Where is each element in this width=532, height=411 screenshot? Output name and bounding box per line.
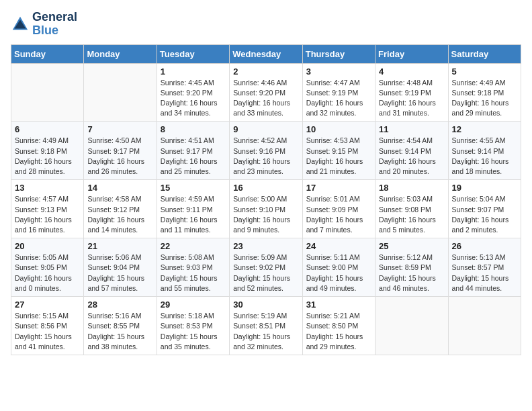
calendar-cell: 30Sunrise: 5:19 AM Sunset: 8:51 PM Dayli… (230, 297, 302, 355)
day-detail: Sunrise: 5:16 AM Sunset: 8:55 PM Dayligh… (87, 311, 152, 352)
day-header-friday: Friday (375, 44, 448, 63)
week-row-1: 1Sunrise: 4:45 AM Sunset: 9:20 PM Daylig… (11, 63, 521, 122)
day-detail: Sunrise: 5:18 AM Sunset: 8:53 PM Dayligh… (161, 311, 226, 352)
day-detail: Sunrise: 4:51 AM Sunset: 9:17 PM Dayligh… (161, 136, 226, 177)
day-number: 29 (161, 300, 226, 310)
day-detail: Sunrise: 5:11 AM Sunset: 9:00 PM Dayligh… (306, 253, 371, 293)
day-detail: Sunrise: 5:00 AM Sunset: 9:10 PM Dayligh… (233, 194, 298, 235)
day-detail: Sunrise: 5:08 AM Sunset: 9:03 PM Dayligh… (161, 253, 226, 293)
day-number: 13 (15, 183, 80, 193)
day-header-saturday: Saturday (448, 44, 521, 63)
day-number: 7 (87, 124, 152, 134)
calendar-cell: 9Sunrise: 4:52 AM Sunset: 9:16 PM Daylig… (230, 122, 302, 180)
day-detail: Sunrise: 4:45 AM Sunset: 9:20 PM Dayligh… (161, 78, 226, 119)
calendar-cell: 1Sunrise: 4:45 AM Sunset: 9:20 PM Daylig… (157, 63, 229, 122)
calendar-cell: 27Sunrise: 5:15 AM Sunset: 8:56 PM Dayli… (11, 297, 84, 355)
calendar-cell: 4Sunrise: 4:48 AM Sunset: 9:19 PM Daylig… (375, 63, 448, 122)
day-number: 5 (452, 66, 517, 77)
day-detail: Sunrise: 5:15 AM Sunset: 8:56 PM Dayligh… (15, 311, 80, 352)
day-number: 16 (233, 183, 298, 193)
calendar-cell: 23Sunrise: 5:09 AM Sunset: 9:02 PM Dayli… (230, 238, 302, 297)
calendar-cell: 16Sunrise: 5:00 AM Sunset: 9:10 PM Dayli… (230, 180, 302, 238)
calendar-cell: 25Sunrise: 5:12 AM Sunset: 8:59 PM Dayli… (375, 238, 448, 297)
week-row-5: 27Sunrise: 5:15 AM Sunset: 8:56 PM Dayli… (11, 297, 521, 355)
logo-icon (11, 15, 30, 34)
day-number: 3 (306, 66, 371, 77)
calendar-cell: 10Sunrise: 4:53 AM Sunset: 9:15 PM Dayli… (302, 122, 375, 180)
day-number: 12 (452, 124, 517, 134)
day-detail: Sunrise: 4:54 AM Sunset: 9:14 PM Dayligh… (379, 136, 444, 177)
calendar-cell: 2Sunrise: 4:46 AM Sunset: 9:20 PM Daylig… (230, 63, 302, 122)
day-detail: Sunrise: 5:03 AM Sunset: 9:08 PM Dayligh… (379, 194, 444, 235)
day-number: 4 (379, 66, 444, 77)
day-number: 1 (161, 66, 226, 77)
calendar-body: 1Sunrise: 4:45 AM Sunset: 9:20 PM Daylig… (11, 63, 521, 355)
day-number: 9 (233, 124, 298, 134)
calendar-cell: 12Sunrise: 4:55 AM Sunset: 9:14 PM Dayli… (448, 122, 521, 180)
day-detail: Sunrise: 4:49 AM Sunset: 9:18 PM Dayligh… (15, 136, 80, 177)
calendar-cell: 14Sunrise: 4:58 AM Sunset: 9:12 PM Dayli… (84, 180, 157, 238)
calendar-cell: 24Sunrise: 5:11 AM Sunset: 9:00 PM Dayli… (302, 238, 375, 297)
calendar-cell: 20Sunrise: 5:05 AM Sunset: 9:05 PM Dayli… (11, 238, 84, 297)
day-detail: Sunrise: 5:09 AM Sunset: 9:02 PM Dayligh… (233, 253, 298, 293)
calendar-cell: 17Sunrise: 5:01 AM Sunset: 9:09 PM Dayli… (302, 180, 375, 238)
calendar-cell: 28Sunrise: 5:16 AM Sunset: 8:55 PM Dayli… (84, 297, 157, 355)
calendar-cell: 15Sunrise: 4:59 AM Sunset: 9:11 PM Dayli… (157, 180, 229, 238)
calendar-cell: 3Sunrise: 4:47 AM Sunset: 9:19 PM Daylig… (302, 63, 375, 122)
day-detail: Sunrise: 5:21 AM Sunset: 8:50 PM Dayligh… (306, 311, 371, 352)
day-detail: Sunrise: 5:19 AM Sunset: 8:51 PM Dayligh… (233, 311, 298, 352)
calendar-cell: 11Sunrise: 4:54 AM Sunset: 9:14 PM Dayli… (375, 122, 448, 180)
calendar-cell: 19Sunrise: 5:04 AM Sunset: 9:07 PM Dayli… (448, 180, 521, 238)
day-detail: Sunrise: 4:48 AM Sunset: 9:19 PM Dayligh… (379, 78, 444, 119)
calendar-cell: 7Sunrise: 4:50 AM Sunset: 9:17 PM Daylig… (84, 122, 157, 180)
day-number: 26 (452, 241, 517, 251)
calendar-cell: 26Sunrise: 5:13 AM Sunset: 8:57 PM Dayli… (448, 238, 521, 297)
week-row-2: 6Sunrise: 4:49 AM Sunset: 9:18 PM Daylig… (11, 122, 521, 180)
day-number: 15 (161, 183, 226, 193)
day-number: 6 (15, 124, 80, 134)
day-number: 31 (306, 300, 371, 310)
day-number: 19 (452, 183, 517, 193)
day-number: 2 (233, 66, 298, 77)
calendar-cell (84, 63, 157, 122)
day-detail: Sunrise: 5:13 AM Sunset: 8:57 PM Dayligh… (452, 253, 517, 293)
calendar-header-row: SundayMondayTuesdayWednesdayThursdayFrid… (11, 44, 521, 63)
day-detail: Sunrise: 4:53 AM Sunset: 9:15 PM Dayligh… (306, 136, 371, 177)
day-number: 8 (161, 124, 226, 134)
day-header-monday: Monday (84, 44, 157, 63)
day-detail: Sunrise: 5:06 AM Sunset: 9:04 PM Dayligh… (87, 253, 152, 293)
calendar-cell: 22Sunrise: 5:08 AM Sunset: 9:03 PM Dayli… (157, 238, 229, 297)
calendar-cell: 8Sunrise: 4:51 AM Sunset: 9:17 PM Daylig… (157, 122, 229, 180)
day-header-sunday: Sunday (11, 44, 84, 63)
day-detail: Sunrise: 4:49 AM Sunset: 9:18 PM Dayligh… (452, 78, 517, 119)
day-detail: Sunrise: 5:04 AM Sunset: 9:07 PM Dayligh… (452, 194, 517, 235)
day-detail: Sunrise: 4:52 AM Sunset: 9:16 PM Dayligh… (233, 136, 298, 177)
calendar-cell: 6Sunrise: 4:49 AM Sunset: 9:18 PM Daylig… (11, 122, 84, 180)
day-number: 23 (233, 241, 298, 251)
day-number: 17 (306, 183, 371, 193)
page-header: General Blue (11, 11, 521, 38)
day-detail: Sunrise: 5:01 AM Sunset: 9:09 PM Dayligh… (306, 194, 371, 235)
day-number: 14 (87, 183, 152, 193)
calendar-cell: 29Sunrise: 5:18 AM Sunset: 8:53 PM Dayli… (157, 297, 229, 355)
day-number: 18 (379, 183, 444, 193)
week-row-4: 20Sunrise: 5:05 AM Sunset: 9:05 PM Dayli… (11, 238, 521, 297)
day-number: 24 (306, 241, 371, 251)
day-detail: Sunrise: 4:55 AM Sunset: 9:14 PM Dayligh… (452, 136, 517, 177)
calendar-cell: 5Sunrise: 4:49 AM Sunset: 9:18 PM Daylig… (448, 63, 521, 122)
day-header-tuesday: Tuesday (157, 44, 229, 63)
day-detail: Sunrise: 4:58 AM Sunset: 9:12 PM Dayligh… (87, 194, 152, 235)
logo-text: General Blue (32, 11, 77, 38)
day-header-wednesday: Wednesday (230, 44, 302, 63)
day-number: 25 (379, 241, 444, 251)
day-detail: Sunrise: 4:50 AM Sunset: 9:17 PM Dayligh… (87, 136, 152, 177)
day-header-thursday: Thursday (302, 44, 375, 63)
week-row-3: 13Sunrise: 4:57 AM Sunset: 9:13 PM Dayli… (11, 180, 521, 238)
day-number: 27 (15, 300, 80, 310)
calendar-table: SundayMondayTuesdayWednesdayThursdayFrid… (11, 44, 521, 355)
calendar-cell (375, 297, 448, 355)
day-number: 22 (161, 241, 226, 251)
day-number: 21 (87, 241, 152, 251)
calendar-cell: 18Sunrise: 5:03 AM Sunset: 9:08 PM Dayli… (375, 180, 448, 238)
logo: General Blue (11, 11, 77, 38)
